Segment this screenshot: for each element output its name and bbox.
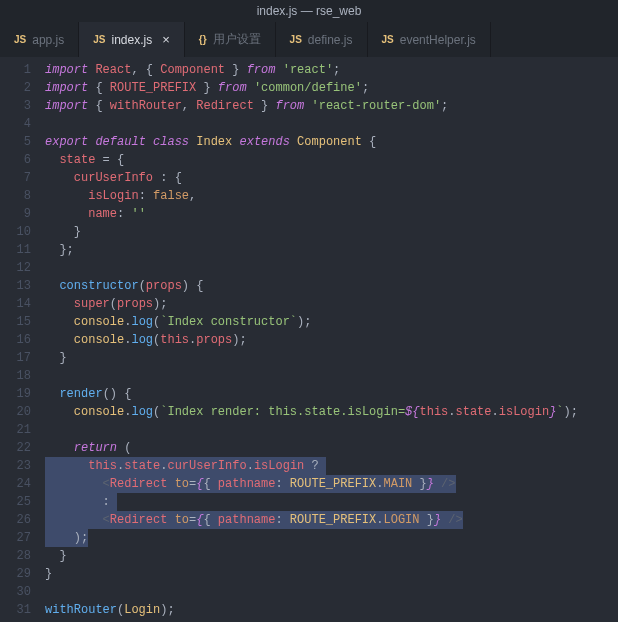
line-number: 3 bbox=[0, 97, 31, 115]
code-line: isLogin: false, bbox=[45, 187, 618, 205]
tab-label: index.js bbox=[112, 33, 153, 47]
tab-label: define.js bbox=[308, 33, 353, 47]
tab-app-js[interactable]: JSapp.js bbox=[0, 22, 79, 57]
code-line: console.log(this.props); bbox=[45, 331, 618, 349]
code-line: ); bbox=[45, 529, 618, 547]
line-number: 21 bbox=[0, 421, 31, 439]
code-line: return ( bbox=[45, 439, 618, 457]
code-line: withRouter(Login); bbox=[45, 601, 618, 619]
line-number: 27 bbox=[0, 529, 31, 547]
code-line bbox=[45, 367, 618, 385]
code-line: constructor(props) { bbox=[45, 277, 618, 295]
selection: this.state.curUserInfo.isLogin ? bbox=[45, 457, 326, 475]
code-line: export default class Index extends Compo… bbox=[45, 133, 618, 151]
line-number: 1 bbox=[0, 61, 31, 79]
line-number: 9 bbox=[0, 205, 31, 223]
window-titlebar: index.js — rse_web bbox=[0, 0, 618, 22]
braces-icon: {} bbox=[199, 34, 207, 45]
tab-eventHelper-js[interactable]: JSeventHelper.js bbox=[368, 22, 491, 57]
tab-label: eventHelper.js bbox=[400, 33, 476, 47]
line-number-gutter: 1234567891011121314151617181920212223242… bbox=[0, 57, 45, 622]
line-number: 14 bbox=[0, 295, 31, 313]
code-line: render() { bbox=[45, 385, 618, 403]
code-line: <Redirect to={{ pathname: ROUTE_PREFIX.M… bbox=[45, 475, 618, 493]
js-file-icon: JS bbox=[14, 34, 26, 45]
code-line: name: '' bbox=[45, 205, 618, 223]
selection: ); bbox=[45, 529, 88, 547]
code-line: state = { bbox=[45, 151, 618, 169]
code-line: this.state.curUserInfo.isLogin ? bbox=[45, 457, 618, 475]
code-line: } bbox=[45, 349, 618, 367]
line-number: 10 bbox=[0, 223, 31, 241]
selection: <Redirect to={{ pathname: ROUTE_PREFIX.M… bbox=[45, 475, 456, 493]
code-line: console.log(`Index constructor`); bbox=[45, 313, 618, 331]
js-file-icon: JS bbox=[93, 34, 105, 45]
line-number: 2 bbox=[0, 79, 31, 97]
line-number: 5 bbox=[0, 133, 31, 151]
selection: <Redirect to={{ pathname: ROUTE_PREFIX.L… bbox=[45, 511, 463, 529]
line-number: 8 bbox=[0, 187, 31, 205]
code-line: super(props); bbox=[45, 295, 618, 313]
code-line bbox=[45, 421, 618, 439]
line-number: 30 bbox=[0, 583, 31, 601]
tab-label: app.js bbox=[32, 33, 64, 47]
js-file-icon: JS bbox=[382, 34, 394, 45]
tab-index-js[interactable]: JSindex.js× bbox=[79, 22, 185, 57]
line-number: 25 bbox=[0, 493, 31, 511]
line-number: 22 bbox=[0, 439, 31, 457]
line-number: 26 bbox=[0, 511, 31, 529]
line-number: 13 bbox=[0, 277, 31, 295]
line-number: 7 bbox=[0, 169, 31, 187]
code-line: <Redirect to={{ pathname: ROUTE_PREFIX.L… bbox=[45, 511, 618, 529]
code-line: curUserInfo : { bbox=[45, 169, 618, 187]
tab--[interactable]: {}用户设置 bbox=[185, 22, 276, 57]
code-line: import { ROUTE_PREFIX } from 'common/def… bbox=[45, 79, 618, 97]
js-file-icon: JS bbox=[290, 34, 302, 45]
code-line bbox=[45, 583, 618, 601]
line-number: 23 bbox=[0, 457, 31, 475]
code-area[interactable]: import React, { Component } from 'react'… bbox=[45, 57, 618, 622]
code-line: : bbox=[45, 493, 618, 511]
line-number: 15 bbox=[0, 313, 31, 331]
editor-tabs: JSapp.jsJSindex.js×{}用户设置JSdefine.jsJSev… bbox=[0, 22, 618, 57]
code-line: } bbox=[45, 223, 618, 241]
line-number: 24 bbox=[0, 475, 31, 493]
line-number: 31 bbox=[0, 601, 31, 619]
code-line: import { withRouter, Redirect } from 're… bbox=[45, 97, 618, 115]
editor-pane: 1234567891011121314151617181920212223242… bbox=[0, 57, 618, 622]
line-number: 6 bbox=[0, 151, 31, 169]
line-number: 4 bbox=[0, 115, 31, 133]
code-line bbox=[45, 259, 618, 277]
line-number: 19 bbox=[0, 385, 31, 403]
code-line: } bbox=[45, 565, 618, 583]
line-number: 20 bbox=[0, 403, 31, 421]
line-number: 29 bbox=[0, 565, 31, 583]
line-number: 17 bbox=[0, 349, 31, 367]
line-number: 11 bbox=[0, 241, 31, 259]
code-line bbox=[45, 115, 618, 133]
line-number: 16 bbox=[0, 331, 31, 349]
line-number: 12 bbox=[0, 259, 31, 277]
line-number: 28 bbox=[0, 547, 31, 565]
line-number: 18 bbox=[0, 367, 31, 385]
code-line: }; bbox=[45, 241, 618, 259]
tab-label: 用户设置 bbox=[213, 31, 261, 48]
code-line: } bbox=[45, 547, 618, 565]
code-line: import React, { Component } from 'react'… bbox=[45, 61, 618, 79]
code-line: console.log(`Index render: this.state.is… bbox=[45, 403, 618, 421]
tab-define-js[interactable]: JSdefine.js bbox=[276, 22, 368, 57]
selection: : bbox=[45, 493, 117, 511]
close-icon[interactable]: × bbox=[162, 32, 170, 47]
